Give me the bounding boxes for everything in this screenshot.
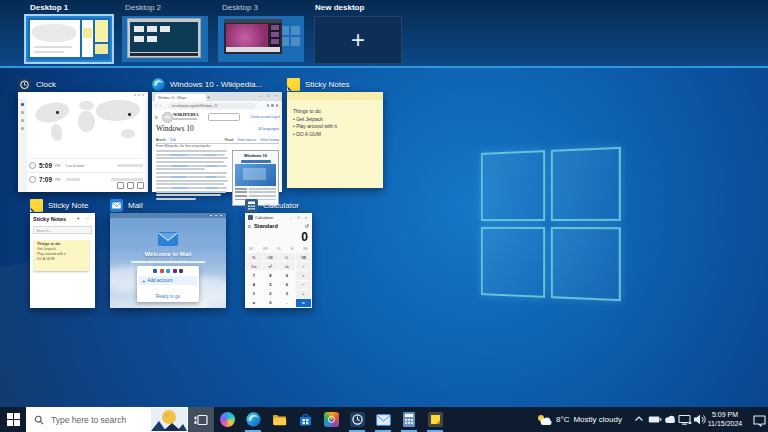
taskbar-sticky-notes-button[interactable]	[422, 407, 448, 432]
taskbar-file-explorer-button[interactable]	[266, 407, 292, 432]
calc-key[interactable]: x²	[263, 262, 279, 270]
tab-article[interactable]: Article	[156, 138, 166, 142]
task-view-button[interactable]	[188, 407, 214, 432]
hamburger-icon[interactable]: ≡	[248, 223, 251, 229]
stickynote-list-thumbnail[interactable]: Sticky Notes + ⋯ Search... Things to do:…	[30, 213, 95, 308]
calculator-window-controls[interactable]: – □ ×	[290, 215, 309, 220]
taskbar-weather-widget[interactable]: 8°C Mostly cloudy	[536, 407, 622, 432]
calc-key[interactable]: 2	[263, 290, 279, 298]
calculator-window-header[interactable]: Calculator	[245, 198, 299, 212]
plus-icon: +	[351, 28, 365, 52]
memory-buttons-row[interactable]: MCMRM+ M-MS	[249, 246, 308, 252]
menu-read[interactable]: Read	[225, 138, 233, 142]
calc-key[interactable]: .	[279, 299, 295, 307]
world-clock-row-1[interactable]: 5:09 PM Local time	[29, 158, 143, 172]
edge-browser-icon	[152, 78, 165, 91]
new-tab-icon[interactable]: +	[207, 94, 210, 100]
start-button[interactable]	[0, 407, 26, 432]
envelope-icon	[158, 232, 178, 246]
network-icon[interactable]	[678, 413, 692, 426]
calc-key[interactable]: ÷	[296, 262, 312, 270]
mail-window-thumbnail[interactable]: Welcome to Mail + Add account Ready to g…	[110, 213, 226, 308]
show-hidden-icons-chevron[interactable]	[633, 413, 645, 425]
calc-equals-key[interactable]: =	[296, 299, 312, 307]
wikipedia-window-header[interactable]: Windows 10 - Wikipedia...	[152, 77, 262, 91]
menu-view-source[interactable]: View source	[237, 138, 256, 142]
menu-view-history[interactable]: View history	[260, 138, 279, 142]
calc-key[interactable]: CE	[263, 253, 279, 261]
add-account-dialog: + Add account Ready to go	[137, 266, 199, 302]
calc-key[interactable]: ⌫	[296, 253, 312, 261]
taskbar-edge-button[interactable]	[240, 407, 266, 432]
desktop2-thumbnail[interactable]	[122, 16, 208, 62]
taskbar-clock-button[interactable]	[344, 407, 370, 432]
stickynotes-thumbnail[interactable]: Things to do: • Get Jetpack • Play aroun…	[287, 92, 383, 188]
taskbar-search-box[interactable]	[26, 407, 188, 432]
mail-window-header[interactable]: Mail	[110, 198, 143, 212]
calc-key[interactable]: √x	[279, 262, 295, 270]
url-field[interactable]: en.wikipedia.org/wiki/Windows_10	[168, 103, 256, 109]
note-preview-card[interactable]: Things to do: Get Jetpack Play around wi…	[34, 240, 89, 271]
onedrive-icon[interactable]	[663, 413, 677, 426]
photos-icon	[324, 412, 339, 427]
calc-key[interactable]: 4	[246, 281, 262, 289]
back-forward-icons[interactable]: ‹ ›	[155, 103, 162, 108]
clock-icon	[350, 412, 365, 427]
calc-key[interactable]: 5	[263, 281, 279, 289]
ready-to-go-button[interactable]: Ready to go	[137, 294, 199, 299]
hamburger-icon[interactable]: ≡	[155, 114, 158, 120]
browser-tab[interactable]: Windows 10 - Wikipe...	[155, 94, 206, 101]
wikipedia-window-thumbnail[interactable]: Windows 10 - Wikipe... + – □ × ‹ › en.wi…	[152, 92, 282, 192]
taskbar-clock[interactable]: 5:09 PM 11/15/2024	[702, 411, 748, 428]
calc-key[interactable]: C	[279, 253, 295, 261]
history-icon[interactable]: ↺	[305, 223, 309, 229]
row2-city-placeholder	[66, 178, 80, 181]
calc-key[interactable]: 8	[263, 271, 279, 279]
calc-key[interactable]: 1/x	[246, 262, 262, 270]
calc-key[interactable]: 6	[279, 281, 295, 289]
calc-key[interactable]: 0	[263, 299, 279, 307]
calc-key[interactable]: ×	[296, 271, 312, 279]
tab-talk[interactable]: Talk	[170, 138, 176, 142]
browser-extension-icons[interactable]	[267, 104, 279, 107]
remote-time-ampm: PM	[55, 178, 60, 182]
article-tab-row: Article Talk Read View source View histo…	[156, 135, 279, 144]
taskbar-copilot-button[interactable]	[214, 407, 240, 432]
browser-window-controls[interactable]: – □ ×	[260, 93, 279, 98]
calc-key[interactable]: %	[246, 253, 262, 261]
calc-key[interactable]: 3	[279, 290, 295, 298]
calc-key[interactable]: 7	[246, 271, 262, 279]
sticky-search-box[interactable]: Search...	[33, 226, 92, 234]
clock-window-thumbnail[interactable]: 5:09 PM Local time 7:09 PM	[18, 92, 148, 192]
action-center-icon[interactable]	[752, 413, 767, 427]
infobox-title: Windows 10	[235, 153, 276, 158]
taskbar-mail-button[interactable]	[370, 407, 396, 432]
taskbar-store-button[interactable]	[292, 407, 318, 432]
languages-link[interactable]: 30 languages	[258, 127, 279, 131]
wikipedia-account-links[interactable]: Create account Log in	[251, 115, 280, 119]
clock-window-header[interactable]: Clock	[18, 77, 56, 91]
calculator-thumbnail[interactable]: Calculator – □ × ≡ Standard ↺ 0 MCMRM+ M…	[245, 213, 312, 308]
wikipedia-page: ≡ WIKIPEDIA Create account Log in Window…	[152, 110, 282, 192]
taskbar-calculator-button[interactable]	[396, 407, 422, 432]
calc-key[interactable]: 9	[279, 271, 295, 279]
calc-key[interactable]: ±	[246, 299, 262, 307]
calc-key[interactable]: +	[296, 290, 312, 298]
clock-toolbar-buttons[interactable]	[117, 182, 144, 189]
stickynotes-window-header[interactable]: Sticky Notes	[287, 77, 349, 91]
sticky-list-actions[interactable]: + ⋯	[77, 215, 92, 221]
desktop3-thumbnail[interactable]	[218, 16, 304, 62]
add-account-button[interactable]: + Add account	[139, 276, 197, 285]
calculator-mode-label[interactable]: Standard	[254, 223, 278, 229]
bing-daily-image[interactable]	[151, 408, 187, 431]
calc-key[interactable]: −	[296, 281, 312, 289]
taskbar-photos-button[interactable]	[318, 407, 344, 432]
desktop1-thumbnail[interactable]	[26, 16, 112, 62]
search-input[interactable]	[49, 414, 149, 426]
stickynote-list-header[interactable]: Sticky Note	[30, 198, 88, 212]
calc-key[interactable]: 1	[246, 290, 262, 298]
battery-icon[interactable]	[648, 413, 662, 426]
new-desktop-tile[interactable]: +	[314, 16, 402, 64]
wikipedia-search-box[interactable]	[208, 113, 240, 121]
desktop1-preview-list	[82, 20, 93, 57]
